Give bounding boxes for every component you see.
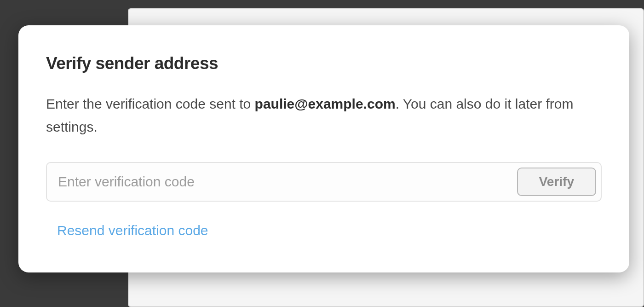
- description-email: paulie@example.com: [255, 96, 396, 111]
- verification-code-row: Verify: [46, 162, 602, 202]
- verify-sender-modal: Verify sender address Enter the verifica…: [18, 25, 629, 272]
- resend-verification-link[interactable]: Resend verification code: [57, 223, 208, 238]
- modal-title: Verify sender address: [46, 54, 602, 73]
- verification-code-input[interactable]: [47, 168, 517, 196]
- modal-description: Enter the verification code sent to paul…: [46, 93, 602, 138]
- description-prefix: Enter the verification code sent to: [46, 96, 255, 111]
- verify-button[interactable]: Verify: [517, 168, 596, 196]
